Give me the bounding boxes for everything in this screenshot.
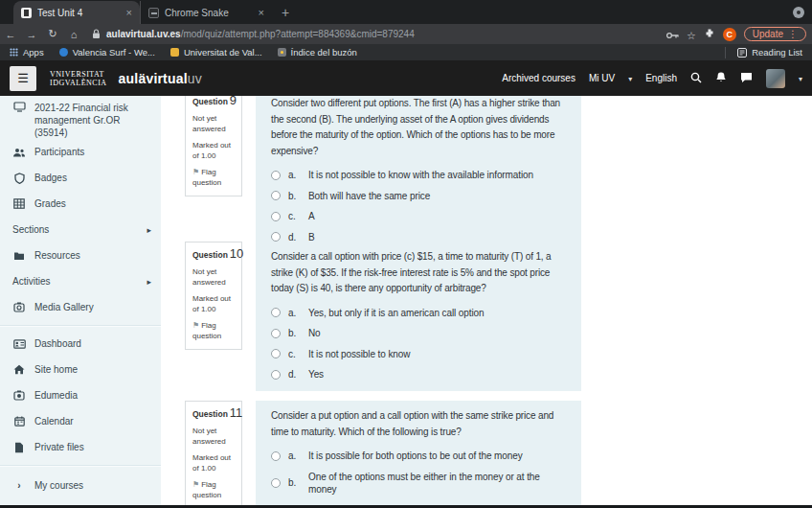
sidebar-item-my-courses[interactable]: My courses xyxy=(0,471,161,499)
browser-menu-icon[interactable] xyxy=(788,29,798,39)
option-text: Yes, but only if it is an american call … xyxy=(308,307,484,319)
messages-icon[interactable] xyxy=(740,72,753,85)
question-info-box: Question9 Not yet answered Marked out of… xyxy=(185,88,242,196)
media-control-icon[interactable] xyxy=(793,7,804,18)
flag-question-link[interactable]: Flag question xyxy=(192,479,235,500)
radio-button[interactable] xyxy=(271,349,281,358)
logo-line1: Vniversitat xyxy=(50,70,107,79)
radio-button[interactable] xyxy=(271,478,281,488)
answer-option[interactable]: b.No xyxy=(271,327,566,339)
answer-option[interactable]: c.A xyxy=(271,210,566,222)
answer-option[interactable]: a.It is not possible to know with the av… xyxy=(271,169,566,181)
sidebar-item-label: Sections xyxy=(12,223,49,236)
sidebar-item-dashboard[interactable]: Dashboard xyxy=(0,331,161,357)
sidebar-item-sections[interactable]: Sections xyxy=(0,217,161,242)
option-text: One of the options must be either in the… xyxy=(308,471,566,496)
reading-list-button[interactable]: Reading List xyxy=(725,47,802,58)
archived-courses-link[interactable]: Archived courses xyxy=(502,73,575,83)
answer-option[interactable]: d.Yes xyxy=(271,368,566,381)
flag-question-link[interactable]: Flag question xyxy=(192,167,235,188)
option-letter: a. xyxy=(288,450,302,461)
tab-chrome-snake[interactable]: Chrome Snake xyxy=(140,1,272,24)
question-label: Question xyxy=(192,97,228,106)
sidebar-item-private-files[interactable]: Private files xyxy=(0,434,161,460)
option-letter: b. xyxy=(288,191,302,201)
radio-button[interactable] xyxy=(271,370,281,380)
question-11-row: Question11 Not yet answered Marked out o… xyxy=(185,401,581,508)
tab-test-unit-4[interactable]: Test Unit 4 xyxy=(13,1,140,24)
update-button[interactable]: Update xyxy=(744,27,806,41)
bookmark-star-icon[interactable] xyxy=(687,26,696,43)
password-key-icon[interactable] xyxy=(666,26,679,43)
bookmark-universitat[interactable]: Universitat de Val... xyxy=(170,47,262,58)
radio-button[interactable] xyxy=(271,212,281,221)
option-text: Yes xyxy=(308,368,324,381)
radio-button[interactable] xyxy=(271,191,281,200)
close-tab-icon[interactable] xyxy=(126,7,132,18)
radio-button[interactable] xyxy=(271,171,281,180)
sidebar-item-resources[interactable]: Resources xyxy=(0,242,161,268)
logo-line2: idgValència xyxy=(50,79,107,87)
back-button[interactable] xyxy=(0,29,21,40)
option-letter: c. xyxy=(288,211,302,221)
address-bar[interactable]: aulavirtual.uv.es/mod/quiz/attempt.php?a… xyxy=(106,29,415,39)
lock-icon[interactable] xyxy=(92,29,101,39)
sidebar-item-calendar[interactable]: Calendar xyxy=(0,408,161,434)
question-status: Not yet answered xyxy=(192,266,235,288)
browser-window: Test Unit 4 Chrome Snake aulavirtual.uv.… xyxy=(0,0,812,508)
sidebar-item-media-gallery[interactable]: Media Gallery xyxy=(0,294,161,320)
question-text: Consider a put option and a call option … xyxy=(271,408,566,440)
question-number: 11 xyxy=(230,405,243,420)
aulavirtual-brand[interactable]: aulävirtualuv xyxy=(119,71,202,86)
answer-option[interactable]: c.It is not possible to know xyxy=(271,348,566,360)
hamburger-menu-button[interactable] xyxy=(10,66,36,91)
option-text: Both will have the same price xyxy=(308,190,430,202)
resources-folder-icon xyxy=(12,251,26,261)
answer-option[interactable]: b.Both will have the same price xyxy=(271,190,566,202)
question-info-box: Question11 Not yet answered Marked out o… xyxy=(185,401,242,508)
user-avatar[interactable] xyxy=(766,69,785,88)
language-menu[interactable]: English xyxy=(645,73,677,83)
answer-option[interactable]: a.It is possible for both options to be … xyxy=(271,450,566,462)
sidebar-item-site-home[interactable]: Site home xyxy=(0,357,161,382)
option-letter: d. xyxy=(288,369,302,380)
reload-button[interactable] xyxy=(42,28,63,40)
valencia-surf-favicon xyxy=(59,48,68,57)
answer-option[interactable]: a.Yes, but only if it is an american cal… xyxy=(271,307,566,319)
new-tab-button[interactable] xyxy=(282,5,289,20)
user-menu-chevron-icon[interactable] xyxy=(799,73,802,83)
radio-button[interactable] xyxy=(271,308,281,317)
notifications-bell-icon[interactable] xyxy=(715,71,727,85)
university-logo[interactable]: Vniversitat idgValència xyxy=(50,70,107,87)
bookmark-indice-buzon[interactable]: Índice del buzón xyxy=(278,47,357,58)
forward-button[interactable] xyxy=(21,29,42,40)
apps-shortcut[interactable]: Apps xyxy=(10,47,44,58)
radio-button[interactable] xyxy=(271,232,281,242)
radio-button[interactable] xyxy=(271,329,281,338)
home-button[interactable] xyxy=(63,29,84,40)
extensions-puzzle-icon[interactable] xyxy=(704,26,715,43)
option-letter: b. xyxy=(288,477,302,488)
flag-question-link[interactable]: Flag question xyxy=(192,320,235,341)
search-icon[interactable] xyxy=(690,72,702,85)
answer-option[interactable]: b.One of the options must be either in t… xyxy=(271,471,566,496)
question-number: 10 xyxy=(230,246,243,261)
sidebar-item-edumedia[interactable]: Edumedia xyxy=(0,382,161,408)
apps-grid-icon xyxy=(10,48,18,57)
option-letter: c. xyxy=(288,349,302,359)
sidebar-item-badges[interactable]: Badges xyxy=(0,165,161,191)
chevron-down-icon xyxy=(628,73,632,83)
radio-button[interactable] xyxy=(271,451,281,461)
question-9-row: Question9 Not yet answered Marked out of… xyxy=(185,88,581,254)
sidebar-item-activities[interactable]: Activities xyxy=(0,268,161,294)
mi-uv-link[interactable]: Mi UV xyxy=(589,73,615,83)
close-tab-icon[interactable] xyxy=(259,7,264,18)
profile-avatar[interactable]: C xyxy=(723,28,736,41)
home-icon xyxy=(12,364,26,375)
sidebar-item-course[interactable]: 2021-22 Financial risk management Gr.OR … xyxy=(0,96,161,139)
sidebar-item-grades[interactable]: Grades xyxy=(0,191,161,217)
brand-text: aulävirtual xyxy=(119,71,188,86)
bookmark-valencia-surf[interactable]: Valencia Surf - We... xyxy=(59,47,155,58)
sidebar-item-participants[interactable]: Participants xyxy=(0,139,161,165)
sidebar-item-label: 2021-22 Financial risk management Gr.OR … xyxy=(34,102,151,139)
